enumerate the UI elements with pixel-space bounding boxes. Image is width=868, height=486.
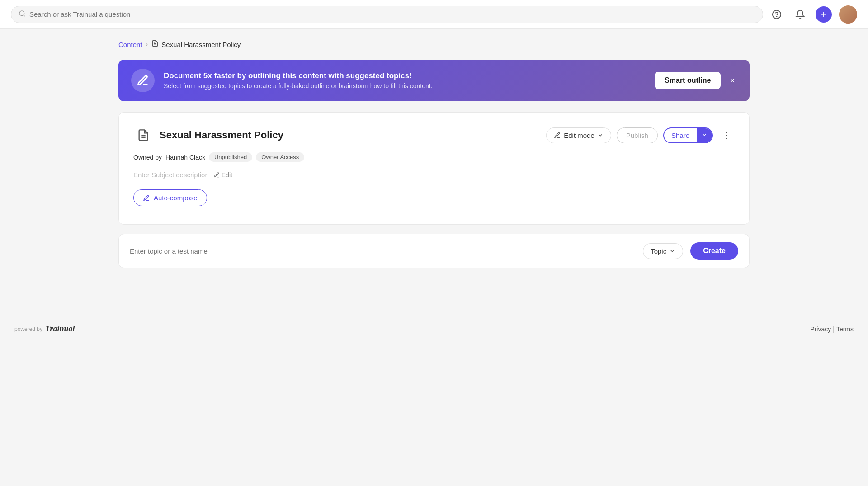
edit-mode-button[interactable]: Edit mode	[546, 127, 611, 143]
edit-label: Edit	[222, 171, 232, 179]
avatar-image	[839, 5, 857, 24]
banner-right: Smart outline ×	[655, 72, 737, 89]
unpublished-badge: Unpublished	[209, 152, 252, 162]
auto-compose-label: Auto-compose	[154, 194, 198, 202]
add-button[interactable]: +	[816, 6, 832, 23]
content-title: Sexual Harassment Policy	[160, 129, 283, 141]
powered-by-text: powered by	[14, 326, 42, 332]
main-content: Content › Sexual Harassment Policy	[104, 29, 764, 288]
owner-link[interactable]: Hannah Clack	[165, 154, 205, 161]
terms-link[interactable]: Terms	[836, 326, 854, 333]
breadcrumb-separator: ›	[146, 41, 148, 48]
share-chevron-icon	[697, 128, 712, 142]
topic-label: Topic	[651, 247, 666, 255]
breadcrumb: Content › Sexual Harassment Policy	[118, 40, 750, 49]
publish-button[interactable]: Publish	[617, 127, 658, 143]
footer: powered by Trainual Privacy | Terms	[0, 315, 868, 343]
topic-type-dropdown[interactable]: Topic	[643, 243, 683, 259]
card-actions: Edit mode Publish Share ⋮	[546, 127, 735, 143]
banner-subtext: Select from suggested topics to create a…	[164, 82, 433, 90]
breadcrumb-parent-link[interactable]: Content	[118, 41, 142, 48]
add-topic-card: Topic Create	[118, 234, 750, 268]
share-label: Share	[664, 128, 697, 142]
banner-heading: Document 5x faster by outlining this con…	[164, 71, 433, 80]
meta-row: Owned by Hannah Clack Unpublished Owner …	[133, 152, 735, 162]
notifications-button[interactable]	[792, 6, 808, 23]
powered-by: powered by Trainual	[14, 324, 75, 334]
smart-outline-banner: Document 5x faster by outlining this con…	[118, 60, 750, 101]
owner-prefix: Owned by	[133, 154, 162, 161]
create-button[interactable]: Create	[690, 242, 738, 260]
avatar[interactable]	[839, 5, 857, 24]
banner-left: Document 5x faster by outlining this con…	[131, 69, 433, 92]
privacy-link[interactable]: Privacy	[810, 326, 831, 333]
top-navigation: +	[0, 0, 868, 29]
breadcrumb-current: Sexual Harassment Policy	[151, 40, 241, 49]
description-row: Enter Subject description Edit	[133, 171, 735, 179]
footer-links: Privacy | Terms	[810, 326, 854, 333]
banner-close-button[interactable]: ×	[728, 74, 737, 87]
description-placeholder: Enter Subject description	[133, 171, 209, 179]
card-header: Sexual Harassment Policy Edit mode Publi…	[133, 125, 735, 145]
owner-access-badge: Owner Access	[256, 152, 304, 162]
content-card: Sexual Harassment Policy Edit mode Publi…	[118, 112, 750, 225]
card-doc-icon	[133, 125, 153, 145]
more-options-button[interactable]: ⋮	[718, 128, 735, 142]
banner-icon	[131, 69, 155, 92]
search-bar[interactable]	[11, 6, 763, 23]
svg-line-1	[24, 15, 25, 16]
nav-icons: +	[769, 5, 857, 24]
footer-separator: |	[833, 326, 835, 333]
search-input[interactable]	[29, 10, 755, 18]
topic-name-input[interactable]	[130, 247, 636, 255]
card-title-area: Sexual Harassment Policy	[133, 125, 283, 145]
edit-mode-label: Edit mode	[564, 132, 594, 139]
banner-text: Document 5x faster by outlining this con…	[164, 71, 433, 90]
trainual-logo: Trainual	[45, 324, 75, 334]
auto-compose-button[interactable]: Auto-compose	[133, 189, 207, 206]
doc-small-icon	[151, 40, 159, 49]
help-button[interactable]	[769, 6, 785, 23]
edit-description-button[interactable]: Edit	[213, 171, 232, 179]
svg-point-0	[19, 11, 24, 16]
search-icon	[19, 10, 26, 19]
smart-outline-button[interactable]: Smart outline	[655, 72, 721, 89]
breadcrumb-current-label: Sexual Harassment Policy	[161, 41, 241, 48]
share-button[interactable]: Share	[663, 127, 713, 143]
